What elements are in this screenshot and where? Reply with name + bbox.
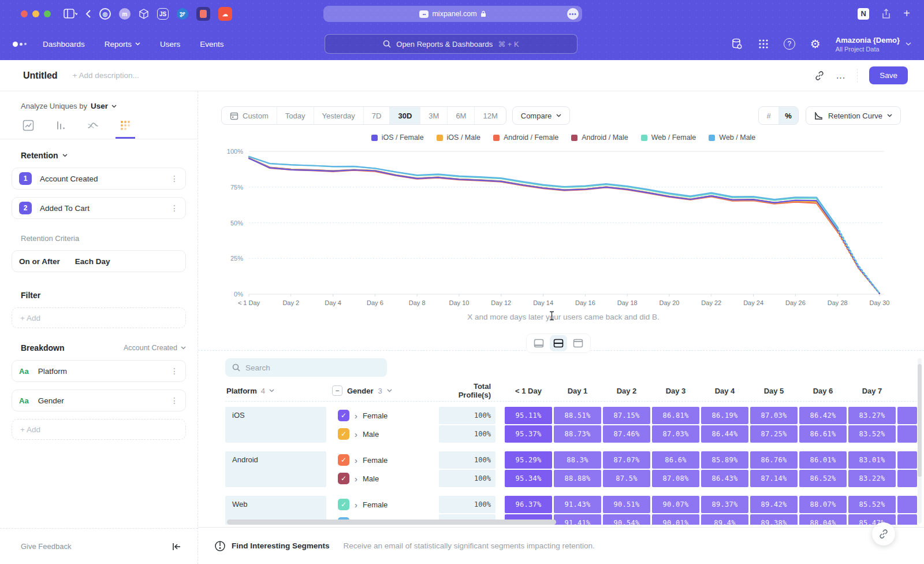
report-description-placeholder[interactable]: + Add description... — [73, 71, 139, 80]
help-icon[interactable]: ? — [784, 38, 795, 50]
legend-item[interactable]: Android / Female — [493, 133, 558, 142]
back-icon[interactable] — [85, 9, 91, 18]
retention-step-a[interactable]: 1 Account Created ⋮ — [12, 168, 186, 190]
share-icon[interactable] — [882, 9, 891, 19]
new-tab-icon[interactable]: + — [903, 7, 910, 20]
criteria-mode[interactable]: On or After — [19, 257, 60, 266]
collapse-sidebar-icon[interactable] — [172, 543, 181, 551]
nav-events[interactable]: Events — [200, 40, 223, 49]
legend-item[interactable]: Web / Male — [709, 133, 755, 142]
range-3m[interactable]: 3M — [420, 107, 448, 124]
row-checkbox[interactable]: ✓ — [338, 499, 349, 510]
vertical-scrollbar-thumb[interactable] — [918, 364, 922, 477]
nav-users[interactable]: Users — [160, 40, 180, 49]
tab-funnels[interactable] — [51, 120, 70, 139]
layout-chart-only-button[interactable] — [530, 335, 547, 351]
extension-target-icon[interactable]: ◎ — [99, 8, 111, 20]
day-column-header-0[interactable]: < 1 Day — [505, 387, 552, 395]
tab-insights[interactable] — [18, 120, 38, 139]
extension-js-icon[interactable]: JS — [157, 8, 169, 20]
copy-link-icon[interactable] — [814, 70, 825, 81]
range-12m[interactable]: 12M — [475, 107, 505, 124]
expand-row-icon[interactable]: › — [355, 411, 357, 420]
range-30d[interactable]: 30D — [390, 107, 420, 124]
layout-table-only-button[interactable] — [569, 335, 587, 351]
data-management-icon[interactable] — [731, 38, 743, 50]
tab-retention[interactable] — [116, 120, 135, 139]
expand-row-icon[interactable]: › — [355, 474, 357, 483]
global-search[interactable]: Open Reports & Dashboards ⌘ + K — [325, 34, 578, 54]
add-breakdown-button[interactable]: + Add — [12, 419, 186, 440]
day-column-header-4[interactable]: Day 4 — [701, 387, 748, 395]
range-custom[interactable]: Custom — [222, 107, 277, 124]
report-title[interactable]: Untitled — [23, 70, 58, 81]
breakdown-platform[interactable]: Aa Platform ⋮ — [12, 360, 186, 382]
range-7d[interactable]: 7D — [364, 107, 390, 124]
compare-button[interactable]: Compare — [512, 106, 570, 125]
close-window-icon[interactable] — [21, 10, 28, 17]
extension-bird-icon[interactable]: 🕊 — [177, 8, 188, 20]
row-checkbox[interactable]: ✓ — [338, 473, 349, 484]
minimize-window-icon[interactable] — [32, 10, 39, 17]
save-button[interactable]: Save — [869, 66, 908, 84]
expand-row-icon[interactable]: › — [355, 500, 357, 509]
kebab-menu-icon[interactable]: ⋮ — [170, 174, 178, 183]
url-bar[interactable]: •• mixpanel.com ••• — [323, 6, 582, 22]
find-segments-title[interactable]: Find Interesting Segments — [232, 541, 330, 550]
table-search[interactable] — [225, 358, 387, 377]
range-today[interactable]: Today — [277, 107, 314, 124]
extension-cube-icon[interactable] — [139, 9, 149, 19]
horizontal-scrollbar[interactable] — [227, 520, 556, 525]
day-column-header-7[interactable]: Day 7 — [848, 387, 896, 395]
settings-gear-icon[interactable]: ⚙ — [810, 37, 821, 51]
add-filter-button[interactable]: + Add — [12, 307, 186, 328]
kebab-menu-icon[interactable]: ⋮ — [170, 396, 178, 405]
row-checkbox[interactable]: ✓ — [338, 428, 349, 440]
chart-type-select[interactable]: Retention Curve — [806, 106, 901, 125]
apps-grid-icon[interactable] — [758, 39, 769, 49]
day-column-header-5[interactable]: Day 5 — [750, 387, 798, 395]
analyze-uniques-value[interactable]: User — [91, 102, 108, 110]
breakdown-scope-select[interactable]: Account Created — [124, 344, 186, 352]
extension-app-icon[interactable] — [196, 7, 210, 21]
absolute-numbers-option[interactable]: # — [759, 107, 778, 124]
chevron-down-icon[interactable] — [62, 154, 68, 157]
breakdown-gender[interactable]: Aa Gender ⋮ — [12, 389, 186, 411]
nav-reports[interactable]: Reports — [105, 40, 140, 49]
legend-item[interactable]: iOS / Male — [437, 133, 480, 142]
range-6m[interactable]: 6M — [448, 107, 475, 124]
expand-row-icon[interactable]: › — [355, 456, 357, 465]
mixpanel-logo-icon[interactable] — [13, 42, 29, 47]
day-column-header-3[interactable]: Day 3 — [652, 387, 699, 395]
tab-flows[interactable] — [83, 120, 103, 139]
account-menu[interactable]: Amazonia {Demo} All Project Data — [836, 36, 911, 53]
row-checkbox[interactable]: ✓ — [338, 410, 349, 421]
platform-column-header[interactable]: Platform 4 — [225, 387, 326, 395]
row-checkbox[interactable]: ✓ — [338, 454, 349, 466]
expand-row-icon[interactable]: › — [355, 430, 357, 439]
kebab-menu-icon[interactable]: ⋮ — [170, 203, 178, 213]
retention-criteria-card[interactable]: On or After Each Day — [12, 250, 186, 272]
day-column-header-6[interactable]: Day 6 — [799, 387, 847, 395]
legend-item[interactable]: iOS / Female — [371, 133, 424, 142]
percentage-option[interactable]: % — [778, 107, 798, 124]
range-yesterday[interactable]: Yesterday — [314, 107, 364, 124]
nav-dashboards[interactable]: Dashboards — [43, 40, 85, 49]
maximize-window-icon[interactable] — [44, 10, 51, 17]
gender-column-header[interactable]: − Gender 3 — [332, 385, 439, 396]
url-more-icon[interactable]: ••• — [567, 8, 579, 20]
day-column-header-1[interactable]: Day 1 — [554, 387, 601, 395]
criteria-interval[interactable]: Each Day — [75, 257, 110, 266]
legend-item[interactable]: Android / Male — [571, 133, 628, 142]
sidebar-toggle-icon[interactable] — [64, 9, 77, 19]
legend-item[interactable]: Web / Female — [641, 133, 696, 142]
table-search-input[interactable] — [245, 363, 372, 372]
extension-m-icon[interactable]: m — [119, 8, 131, 20]
extension-cloud-icon[interactable]: ☁ — [218, 7, 232, 21]
give-feedback-link[interactable]: Give Feedback — [21, 542, 172, 551]
notion-tab-icon[interactable]: N — [858, 8, 869, 20]
retention-step-b[interactable]: 2 Added To Cart ⋮ — [12, 197, 186, 219]
select-all-checkbox[interactable]: − — [332, 385, 342, 396]
day-column-header-2[interactable]: Day 2 — [603, 387, 650, 395]
layout-split-button[interactable] — [550, 335, 567, 351]
